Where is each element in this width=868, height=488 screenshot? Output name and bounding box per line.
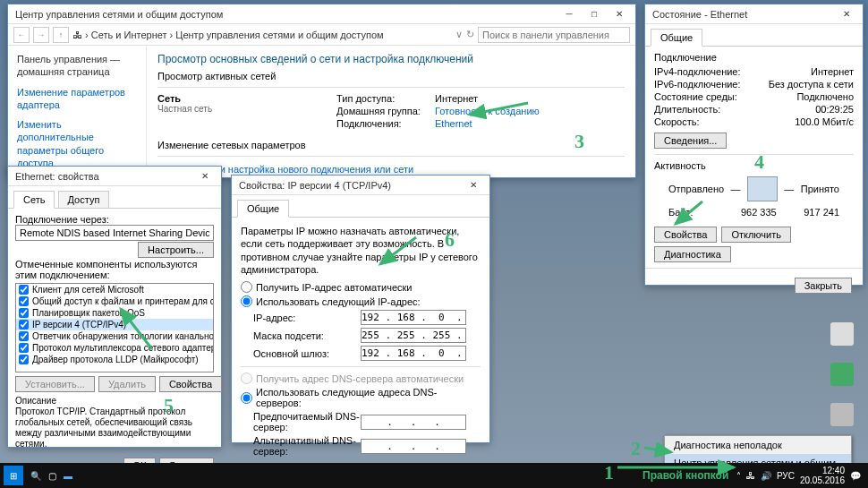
list-item: Планировщик пакетов QoS <box>16 307 213 319</box>
disable-button[interactable]: Отключить <box>721 227 791 243</box>
window-title: Свойства: IP версии 4 (TCP/IPv4) <box>235 180 391 191</box>
annotation-6: 6 <box>445 228 455 252</box>
configure-button[interactable]: Настроить... <box>138 242 214 258</box>
network-center-window: Центр управления сетями и общим доступом… <box>7 4 636 178</box>
properties-button[interactable]: Свойства <box>654 227 717 243</box>
ethernet-status-window: Состояние - Ethernet ✕ Общие Подключение… <box>644 4 864 286</box>
notifications-icon[interactable]: 💬 <box>850 471 861 481</box>
taskbar: ⊞ 🔍 ▢ ▬ ˄ 🖧 🔊 РУС 12:40 20.05.2016 💬 <box>0 463 868 488</box>
sidebar: Панель управления — домашняя страница Из… <box>8 46 147 177</box>
close-button[interactable]: ✕ <box>192 167 217 185</box>
close-button-footer[interactable]: Закрыть <box>795 278 852 294</box>
tab-access[interactable]: Доступ <box>58 191 110 209</box>
volume-tray-icon[interactable]: 🔊 <box>761 471 771 481</box>
network-tray-icon[interactable]: 🖧 <box>746 471 755 481</box>
tab-general[interactable]: Общие <box>237 200 289 218</box>
device-field[interactable] <box>15 225 214 241</box>
sidebar-advanced-sharing[interactable]: Изменить дополнительные параметры общего… <box>17 118 137 169</box>
close-button[interactable]: ✕ <box>834 5 859 23</box>
list-item: Ответчик обнаружения топологии канальног… <box>16 330 213 342</box>
annotation-4: 4 <box>754 150 764 174</box>
dns1-input[interactable] <box>361 415 466 430</box>
list-item: Общий доступ к файлам и принтерам для се… <box>16 295 213 307</box>
monitor-icon <box>747 176 778 201</box>
subheading-2: Изменение сетевых параметров <box>157 140 625 150</box>
radio-auto-dns <box>241 372 252 384</box>
ipv4-properties-window: Свойства: IP версии 4 (TCP/IPv4) ✕ Общие… <box>231 175 490 443</box>
up-button[interactable]: ↑ <box>53 27 69 43</box>
back-button[interactable]: ← <box>13 27 30 43</box>
window-title: Ethernet: свойства <box>12 171 99 182</box>
install-button[interactable]: Установить... <box>15 376 95 392</box>
sidebar-adapter-settings[interactable]: Изменение параметров адаптера <box>17 86 137 112</box>
diagnose-button[interactable]: Диагностика <box>654 246 731 262</box>
network-type: Частная сеть <box>157 104 336 114</box>
start-button[interactable]: ⊞ <box>4 466 23 485</box>
minimize-button[interactable]: ─ <box>557 5 582 23</box>
subheading: Просмотр активных сетей <box>157 71 625 81</box>
desktop-icon[interactable] <box>826 322 858 347</box>
menu-item-diagnose[interactable]: Диагностика неполадок <box>665 436 851 454</box>
ip-address-input[interactable] <box>361 310 466 325</box>
dns2-input[interactable] <box>361 439 466 454</box>
clock[interactable]: 12:40 20.05.2016 <box>800 466 845 485</box>
search-icon[interactable]: 🔍 <box>30 471 41 481</box>
desktop-icon[interactable] <box>826 363 858 388</box>
forward-button[interactable]: → <box>33 27 49 43</box>
subnet-mask-input[interactable] <box>361 328 466 343</box>
ethernet-properties-window: Ethernet: свойства ✕ Сеть Доступ Подключ… <box>7 166 222 448</box>
network-name: Сеть <box>157 93 336 104</box>
task-view-icon[interactable]: ▢ <box>48 471 56 481</box>
components-list[interactable]: Клиент для сетей Microsoft Общий доступ … <box>15 283 214 372</box>
radio-auto-ip[interactable] <box>241 281 252 293</box>
main-content: Просмотр основных сведений о сети и наст… <box>147 46 635 177</box>
close-button[interactable]: ✕ <box>607 5 632 23</box>
page-heading: Просмотр основных сведений о сети и наст… <box>157 53 625 65</box>
maximize-button[interactable]: □ <box>582 5 607 23</box>
sidebar-home[interactable]: Панель управления — домашняя страница <box>17 53 137 79</box>
search-input[interactable] <box>478 27 630 43</box>
remove-button[interactable]: Удалить <box>98 376 156 392</box>
lang-indicator[interactable]: РУС <box>777 471 795 481</box>
tray-up-icon[interactable]: ˄ <box>736 471 741 481</box>
window-title: Состояние - Ethernet <box>649 9 747 20</box>
taskbar-app-icon[interactable]: ▬ <box>64 471 72 481</box>
gateway-input[interactable] <box>361 346 466 361</box>
window-title: Центр управления сетями и общим доступом <box>12 9 223 20</box>
component-properties-button[interactable]: Свойства <box>159 376 222 392</box>
annotation-1: 1 <box>604 461 614 484</box>
homegroup-link[interactable]: Готовность к созданию <box>435 106 540 116</box>
annotation-2: 2 <box>631 437 641 460</box>
list-item: Клиент для сетей Microsoft <box>16 284 213 295</box>
tab-general[interactable]: Общие <box>651 29 702 47</box>
breadcrumb[interactable]: 🖧 › Сеть и Интернет › Центр управления с… <box>72 30 452 40</box>
annotation-hint: Правой кнопкой <box>642 469 728 482</box>
radio-manual-ip[interactable] <box>241 295 252 307</box>
list-item-ipv4: IP версии 4 (TCP/IPv4) <box>16 319 213 330</box>
annotation-5: 5 <box>164 394 174 417</box>
radio-manual-dns[interactable] <box>241 392 252 404</box>
list-item: Драйвер протокола LLDP (Майкрософт) <box>16 354 213 365</box>
details-button[interactable]: Сведения... <box>654 133 727 149</box>
tab-network[interactable]: Сеть <box>13 191 55 209</box>
annotation-3: 3 <box>574 130 584 153</box>
close-button[interactable]: ✕ <box>461 176 486 194</box>
breadcrumb-icon: 🖧 <box>72 30 82 40</box>
desktop-icon-trash[interactable] <box>826 403 858 428</box>
ethernet-link[interactable]: Ethernet <box>435 118 472 129</box>
list-item: Протокол мультиплексора сетевого адаптер… <box>16 342 213 354</box>
